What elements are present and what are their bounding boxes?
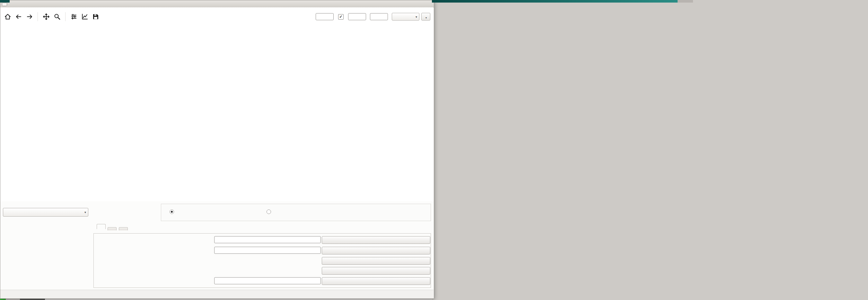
- now-button[interactable]: [322, 247, 430, 255]
- show-input[interactable]: [214, 247, 321, 254]
- optic-select[interactable]: ▾: [3, 208, 88, 216]
- save-row: [97, 267, 429, 275]
- status-bar: [0, 290, 434, 298]
- ndscope-row: [97, 277, 429, 285]
- plot-row: [97, 257, 429, 265]
- open-ndscope-button[interactable]: [322, 277, 430, 285]
- pan-icon[interactable]: [42, 13, 50, 21]
- tab-live[interactable]: [119, 227, 128, 230]
- toolbar-separator: [65, 12, 65, 21]
- home-icon[interactable]: [3, 13, 11, 21]
- colormap-select[interactable]: ▾: [392, 13, 420, 21]
- window-controls: [417, 0, 431, 7]
- save-icon[interactable]: [92, 13, 99, 21]
- chevron-down-icon: ▾: [415, 15, 417, 19]
- back-icon[interactable]: [14, 13, 23, 21]
- display-mode-panel: [161, 204, 431, 221]
- reference-row: [97, 236, 429, 244]
- plot-button[interactable]: [322, 257, 430, 265]
- save-wavefront-button[interactable]: [322, 267, 430, 275]
- plots-canvas: [0, 26, 434, 201]
- auto-limits-checkbox[interactable]: ✓: [338, 14, 344, 20]
- tab-playback[interactable]: [107, 227, 117, 230]
- show-row: [97, 247, 429, 255]
- plot-settings-controls: ✓ ▾ ▾: [314, 13, 430, 21]
- titlebar[interactable]: [0, 0, 434, 8]
- plot-area[interactable]: [0, 26, 434, 201]
- matplotlib-toolbar: ✓ ▾ ▾: [0, 7, 434, 26]
- tab-still[interactable]: [97, 224, 106, 229]
- app-window: ✓ ▾ ▾ ▾: [0, 0, 434, 299]
- contour-spacing-input[interactable]: [316, 13, 334, 20]
- toolbar-icon-group: [3, 12, 99, 21]
- desktop-top-strip-notch: [678, 0, 693, 3]
- max-input[interactable]: [370, 13, 388, 20]
- forward-icon[interactable]: [25, 13, 33, 21]
- radio-wavefront-quiver[interactable]: [169, 209, 176, 214]
- min-input[interactable]: [348, 13, 366, 20]
- figure-options-icon[interactable]: [81, 13, 89, 21]
- zoom-icon[interactable]: [53, 13, 61, 21]
- subplot-config-icon[interactable]: [70, 13, 78, 21]
- radio-circle: [169, 209, 174, 214]
- plot-options-button[interactable]: ▾: [421, 13, 430, 21]
- radio-circle: [267, 209, 271, 214]
- ndscope-input[interactable]: [214, 277, 321, 284]
- reference-input[interactable]: [214, 236, 321, 243]
- chevron-down-icon: ▾: [426, 16, 427, 19]
- desktop-top-strip: [432, 0, 678, 3]
- chevron-down-icon: ▾: [85, 210, 86, 214]
- tab-bar: [97, 224, 128, 234]
- radio-original-modified[interactable]: [267, 209, 273, 214]
- get-reference-button[interactable]: [322, 236, 430, 244]
- still-tab-panel: [93, 233, 431, 288]
- desktop-corner-strip: [0, 0, 10, 3]
